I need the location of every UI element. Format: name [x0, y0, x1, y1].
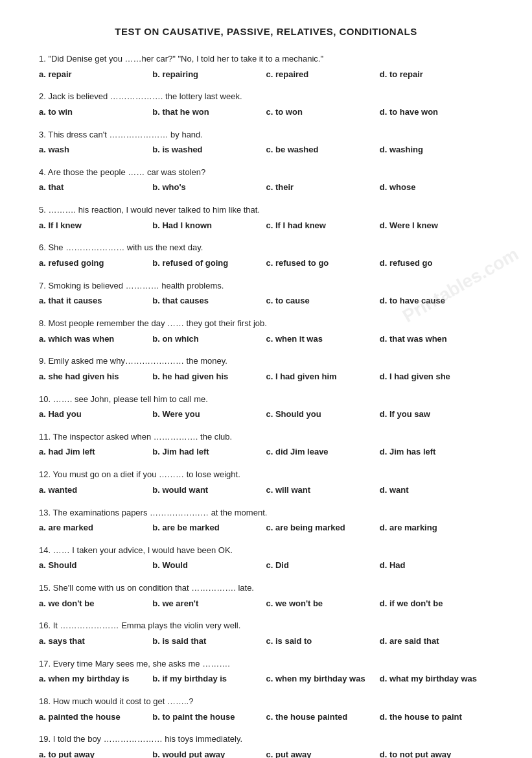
question-6-option-2: b. refused of going: [152, 257, 266, 270]
question-6: 6. She ………………… with us the next day.a. r…: [39, 241, 493, 270]
question-9: 9. Emily asked me why………………… the money.a…: [39, 355, 493, 383]
question-12-option-4: d. want: [380, 484, 493, 497]
question-8-text: 8. Most people remember the day …… they …: [39, 317, 493, 330]
question-2-options: a. to winb. that he wonc. to wond. to ha…: [39, 106, 493, 119]
question-9-option-1: a. she had given his: [39, 370, 152, 384]
question-11-option-4: d. Jim has left: [380, 445, 493, 459]
question-2-text: 2. Jack is believed ………………. the lottery …: [39, 90, 493, 103]
page-title: TEST ON CAUSATIVE, PASSIVE, RELATIVES, C…: [39, 26, 493, 37]
question-4: 4. Are those the people …… car was stole…: [39, 166, 493, 195]
question-10-option-1: a. Had you: [39, 408, 152, 421]
question-14-option-4: d. Had: [380, 559, 493, 573]
question-14: 14. …… I taken your advice, I would have…: [39, 544, 493, 573]
question-10-options: a. Had youb. Were youc. Should youd. If …: [39, 408, 493, 421]
question-10: 10. ……. see John, please tell him to cal…: [39, 393, 493, 421]
question-8-option-3: c. when it was: [266, 333, 380, 346]
question-18-option-2: b. to paint the house: [152, 711, 266, 724]
question-2-option-1: a. to win: [39, 106, 152, 119]
question-15-options: a. we don't beb. we aren'tc. we won't be…: [39, 597, 493, 611]
question-8: 8. Most people remember the day …… they …: [39, 317, 493, 346]
question-15-option-3: c. we won't be: [266, 597, 380, 611]
question-9-options: a. she had given hisb. he had given hisc…: [39, 370, 493, 384]
question-19-option-2: b. would put away: [152, 748, 266, 758]
question-17-text: 17. Every time Mary sees me, she asks me…: [39, 657, 493, 670]
question-15-option-4: d. if we don't be: [380, 597, 493, 611]
question-17-option-2: b. if my birthday is: [152, 672, 266, 686]
question-4-option-3: c. their: [266, 181, 380, 195]
question-16-option-4: d. are said that: [380, 635, 493, 648]
question-6-option-1: a. refused going: [39, 257, 152, 270]
question-16-option-2: b. is said that: [152, 635, 266, 648]
question-1-options: a. repairb. repairingc. repairedd. to re…: [39, 68, 493, 82]
question-7-option-3: c. to cause: [266, 294, 380, 308]
question-11-option-1: a. had Jim left: [39, 445, 152, 459]
question-14-option-1: a. Should: [39, 559, 152, 573]
question-13-option-2: b. are be marked: [152, 521, 266, 535]
question-10-option-3: c. Should you: [266, 408, 380, 421]
question-14-option-3: c. Did: [266, 559, 380, 573]
question-18-option-1: a. painted the house: [39, 711, 152, 724]
question-13: 13. The examinations papers ………………… at t…: [39, 506, 493, 535]
question-3-option-1: a. wash: [39, 143, 152, 157]
question-15-option-1: a. we don't be: [39, 597, 152, 611]
question-18-text: 18. How much would it cost to get ……..?: [39, 695, 493, 708]
question-12-option-1: a. wanted: [39, 484, 152, 497]
question-1: 1. "Did Denise get you ……her car?" "No, …: [39, 53, 493, 81]
question-18-options: a. painted the houseb. to paint the hous…: [39, 711, 493, 724]
question-19-option-4: d. to not put away: [380, 748, 493, 758]
question-19-text: 19. I told the boy ………………… his toys imme…: [39, 733, 493, 746]
question-4-option-1: a. that: [39, 181, 152, 195]
question-8-option-4: d. that was when: [380, 333, 493, 346]
question-12-option-2: b. would want: [152, 484, 266, 497]
question-17-options: a. when my birthday isb. if my birthday …: [39, 672, 493, 686]
question-11-option-3: c. did Jim leave: [266, 445, 380, 459]
question-6-text: 6. She ………………… with us the next day.: [39, 241, 493, 254]
question-3-option-2: b. is washed: [152, 143, 266, 157]
question-5-option-4: d. Were I knew: [380, 219, 493, 233]
question-3-options: a. washb. is washedc. be washedd. washin…: [39, 143, 493, 157]
questions-container: 1. "Did Denise get you ……her car?" "No, …: [39, 53, 493, 758]
question-6-options: a. refused goingb. refused of goingc. re…: [39, 257, 493, 270]
question-17-option-3: c. when my birthday was: [266, 672, 380, 686]
question-3: 3. This dress can't ………………… by hand.a. w…: [39, 128, 493, 157]
question-16: 16. It ………………… Emma plays the violin ver…: [39, 619, 493, 648]
question-11-options: a. had Jim leftb. Jim had leftc. did Jim…: [39, 445, 493, 459]
question-2: 2. Jack is believed ………………. the lottery …: [39, 90, 493, 119]
question-16-option-3: c. is said to: [266, 635, 380, 648]
question-5-text: 5. ………. his reaction, I would never talk…: [39, 204, 493, 217]
question-13-option-3: c. are being marked: [266, 521, 380, 535]
question-14-options: a. Shouldb. Wouldc. Didd. Had: [39, 559, 493, 573]
question-3-text: 3. This dress can't ………………… by hand.: [39, 128, 493, 141]
question-19-options: a. to put awayb. would put awayc. put aw…: [39, 748, 493, 758]
question-17-option-4: d. what my birthday was: [380, 672, 493, 686]
question-12-text: 12. You must go on a diet if you ……… to …: [39, 468, 493, 481]
question-10-option-4: d. If you saw: [380, 408, 493, 421]
question-3-option-4: d. washing: [380, 143, 493, 157]
question-1-option-3: c. repaired: [266, 68, 380, 82]
question-16-options: a. says thatb. is said thatc. is said to…: [39, 635, 493, 648]
question-15-option-2: b. we aren't: [152, 597, 266, 611]
question-12: 12. You must go on a diet if you ……… to …: [39, 468, 493, 497]
question-5-option-2: b. Had I known: [152, 219, 266, 233]
question-19-option-1: a. to put away: [39, 748, 152, 758]
question-17-option-1: a. when my birthday is: [39, 672, 152, 686]
question-10-text: 10. ……. see John, please tell him to cal…: [39, 393, 493, 406]
question-1-option-2: b. repairing: [152, 68, 266, 82]
question-9-option-4: d. I had given she: [380, 370, 493, 384]
question-8-option-1: a. which was when: [39, 333, 152, 346]
question-5: 5. ………. his reaction, I would never talk…: [39, 204, 493, 232]
question-4-option-2: b. who's: [152, 181, 266, 195]
question-2-option-4: d. to have won: [380, 106, 493, 119]
question-9-option-3: c. I had given him: [266, 370, 380, 384]
question-9-text: 9. Emily asked me why………………… the money.: [39, 355, 493, 368]
question-12-options: a. wantedb. would wantc. will wantd. wan…: [39, 484, 493, 497]
question-15-text: 15. She'll come with us on condition tha…: [39, 582, 493, 595]
question-5-option-1: a. If I knew: [39, 219, 152, 233]
question-1-text: 1. "Did Denise get you ……her car?" "No, …: [39, 53, 493, 65]
question-19-option-3: c. put away: [266, 748, 380, 758]
question-7-options: a. that it causesb. that causesc. to cau…: [39, 294, 493, 308]
question-13-options: a. are markedb. are be markedc. are bein…: [39, 521, 493, 535]
question-14-text: 14. …… I taken your advice, I would have…: [39, 544, 493, 557]
question-4-text: 4. Are those the people …… car was stole…: [39, 166, 493, 179]
question-1-option-4: d. to repair: [380, 68, 493, 82]
